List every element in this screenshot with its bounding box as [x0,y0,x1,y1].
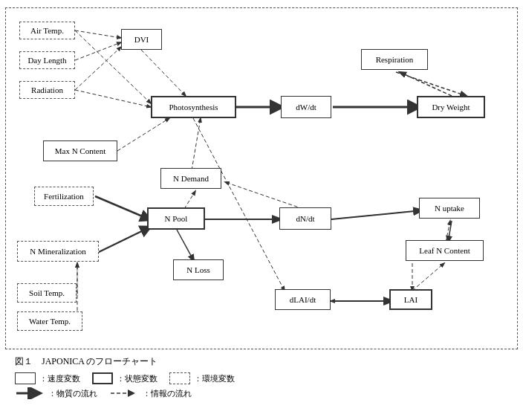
legend-bold-box [92,372,113,384]
svg-line-1 [75,42,121,60]
legend-env-label: ：環境変数 [194,373,235,384]
node-dvi: DVI [121,29,162,50]
legend-env-var: ：環境変数 [169,372,235,384]
legend-info-label: ：情報の流れ [143,388,192,399]
legend-state-var: ：状態変数 [92,372,157,384]
legend-speed-var: ：速度変数 [15,372,80,384]
node-max-n-content: Max N Content [43,140,117,161]
svg-line-23 [97,227,149,253]
node-respiration: Respiration [361,49,428,70]
dashed-arrow-icon [109,387,139,399]
svg-line-8 [192,118,201,170]
node-air-temp: Air Temp. [19,22,75,39]
node-fertilization: Fertilization [34,187,94,206]
svg-line-12 [412,263,444,291]
svg-line-5 [141,50,186,96]
svg-line-25 [331,210,422,219]
node-dw-dt: dW/dt [281,96,331,118]
node-dry-weight: Dry Weight [417,96,485,118]
legend-dashed-box [169,372,190,384]
node-n-uptake: N uptake [419,198,480,219]
legend-solid-box [15,372,36,384]
node-photosynthesis: Photosynthesis [151,96,236,118]
node-dlai-dt: dLAI/dt [275,289,331,310]
legend-title: 図１ JAPONICA のフローチャート [15,355,508,368]
svg-line-11 [225,182,303,209]
node-radiation: Radiation [19,81,75,99]
node-n-pool: N Pool [147,207,205,230]
svg-line-15 [400,72,452,96]
legend-row-2: ：物質の流れ ：情報の流れ [15,387,508,399]
node-lai: LAI [389,289,432,310]
node-dn-dt: dN/dt [279,207,331,230]
node-water-temp: Water Temp. [17,311,82,331]
legend-material-flow: ：物質の流れ [15,387,97,399]
node-n-mineralization: N Mineralization [17,241,99,262]
node-soil-temp: Soil Temp. [17,283,77,303]
arrows-svg [6,8,517,349]
node-leaf-n-content: Leaf N Content [406,240,484,261]
svg-line-9 [184,191,195,209]
solid-arrow-icon [15,387,45,399]
legend-row-1: ：速度変数 ：状態変数 ：環境変数 [15,372,508,384]
diagram: Air Temp. Day Length Radiation DVI Photo… [5,7,518,349]
svg-line-22 [95,196,149,219]
legend-state-label: ：状態変数 [117,373,157,384]
node-n-demand: N Demand [160,168,221,189]
legend-material-label: ：物質の流れ [48,388,97,399]
node-n-loss: N Loss [173,259,224,280]
legend-info-flow: ：情報の流れ [109,387,192,399]
legend: 図１ JAPONICA のフローチャート ：速度変数 ：状態変数 ：環境変数 [15,355,508,399]
legend-speed-label: ：速度変数 [39,373,80,384]
svg-line-6 [117,118,169,151]
svg-line-26 [177,230,194,261]
node-day-length: Day Length [19,51,75,69]
